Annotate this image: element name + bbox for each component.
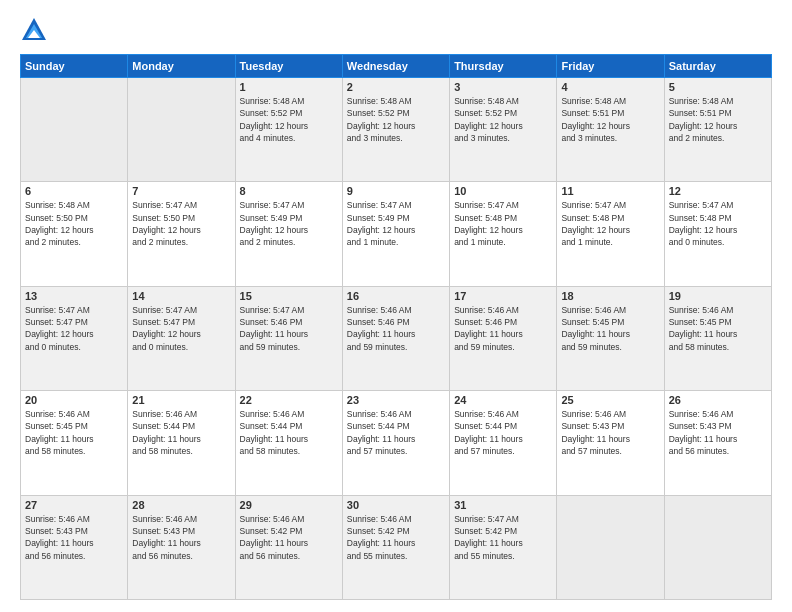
day-info: Sunrise: 5:48 AMSunset: 5:52 PMDaylight:… xyxy=(240,95,338,144)
day-number: 24 xyxy=(454,394,552,406)
calendar-cell: 29Sunrise: 5:46 AMSunset: 5:42 PMDayligh… xyxy=(235,495,342,599)
day-number: 12 xyxy=(669,185,767,197)
calendar-cell xyxy=(128,78,235,182)
col-header-friday: Friday xyxy=(557,55,664,78)
day-number: 8 xyxy=(240,185,338,197)
day-info: Sunrise: 5:46 AMSunset: 5:46 PMDaylight:… xyxy=(454,304,552,353)
day-info: Sunrise: 5:46 AMSunset: 5:45 PMDaylight:… xyxy=(25,408,123,457)
day-info: Sunrise: 5:47 AMSunset: 5:49 PMDaylight:… xyxy=(240,199,338,248)
day-info: Sunrise: 5:47 AMSunset: 5:49 PMDaylight:… xyxy=(347,199,445,248)
day-number: 25 xyxy=(561,394,659,406)
calendar-cell: 13Sunrise: 5:47 AMSunset: 5:47 PMDayligh… xyxy=(21,286,128,390)
day-number: 17 xyxy=(454,290,552,302)
day-number: 27 xyxy=(25,499,123,511)
day-number: 1 xyxy=(240,81,338,93)
calendar-cell: 31Sunrise: 5:47 AMSunset: 5:42 PMDayligh… xyxy=(450,495,557,599)
day-number: 21 xyxy=(132,394,230,406)
day-number: 6 xyxy=(25,185,123,197)
day-number: 16 xyxy=(347,290,445,302)
day-info: Sunrise: 5:46 AMSunset: 5:45 PMDaylight:… xyxy=(669,304,767,353)
day-info: Sunrise: 5:46 AMSunset: 5:43 PMDaylight:… xyxy=(132,513,230,562)
calendar-body: 1Sunrise: 5:48 AMSunset: 5:52 PMDaylight… xyxy=(21,78,772,600)
calendar-cell: 26Sunrise: 5:46 AMSunset: 5:43 PMDayligh… xyxy=(664,391,771,495)
col-header-wednesday: Wednesday xyxy=(342,55,449,78)
day-info: Sunrise: 5:46 AMSunset: 5:43 PMDaylight:… xyxy=(561,408,659,457)
calendar-cell: 28Sunrise: 5:46 AMSunset: 5:43 PMDayligh… xyxy=(128,495,235,599)
calendar-cell: 22Sunrise: 5:46 AMSunset: 5:44 PMDayligh… xyxy=(235,391,342,495)
calendar-cell: 17Sunrise: 5:46 AMSunset: 5:46 PMDayligh… xyxy=(450,286,557,390)
logo-icon xyxy=(20,16,48,44)
calendar-cell: 3Sunrise: 5:48 AMSunset: 5:52 PMDaylight… xyxy=(450,78,557,182)
calendar-cell: 27Sunrise: 5:46 AMSunset: 5:43 PMDayligh… xyxy=(21,495,128,599)
day-number: 30 xyxy=(347,499,445,511)
day-number: 13 xyxy=(25,290,123,302)
col-header-sunday: Sunday xyxy=(21,55,128,78)
day-info: Sunrise: 5:46 AMSunset: 5:42 PMDaylight:… xyxy=(240,513,338,562)
calendar-cell xyxy=(664,495,771,599)
header xyxy=(20,16,772,44)
day-info: Sunrise: 5:46 AMSunset: 5:42 PMDaylight:… xyxy=(347,513,445,562)
day-number: 23 xyxy=(347,394,445,406)
col-header-saturday: Saturday xyxy=(664,55,771,78)
header-row: SundayMondayTuesdayWednesdayThursdayFrid… xyxy=(21,55,772,78)
col-header-thursday: Thursday xyxy=(450,55,557,78)
calendar-table: SundayMondayTuesdayWednesdayThursdayFrid… xyxy=(20,54,772,600)
day-info: Sunrise: 5:46 AMSunset: 5:44 PMDaylight:… xyxy=(454,408,552,457)
col-header-monday: Monday xyxy=(128,55,235,78)
day-number: 11 xyxy=(561,185,659,197)
day-info: Sunrise: 5:47 AMSunset: 5:48 PMDaylight:… xyxy=(669,199,767,248)
day-info: Sunrise: 5:46 AMSunset: 5:46 PMDaylight:… xyxy=(347,304,445,353)
calendar-cell xyxy=(21,78,128,182)
calendar-week-3: 20Sunrise: 5:46 AMSunset: 5:45 PMDayligh… xyxy=(21,391,772,495)
day-number: 15 xyxy=(240,290,338,302)
day-info: Sunrise: 5:47 AMSunset: 5:50 PMDaylight:… xyxy=(132,199,230,248)
day-info: Sunrise: 5:47 AMSunset: 5:42 PMDaylight:… xyxy=(454,513,552,562)
calendar-cell: 24Sunrise: 5:46 AMSunset: 5:44 PMDayligh… xyxy=(450,391,557,495)
day-number: 31 xyxy=(454,499,552,511)
day-info: Sunrise: 5:47 AMSunset: 5:48 PMDaylight:… xyxy=(454,199,552,248)
day-info: Sunrise: 5:46 AMSunset: 5:45 PMDaylight:… xyxy=(561,304,659,353)
day-number: 14 xyxy=(132,290,230,302)
calendar-cell: 8Sunrise: 5:47 AMSunset: 5:49 PMDaylight… xyxy=(235,182,342,286)
calendar-cell: 7Sunrise: 5:47 AMSunset: 5:50 PMDaylight… xyxy=(128,182,235,286)
day-info: Sunrise: 5:48 AMSunset: 5:51 PMDaylight:… xyxy=(669,95,767,144)
calendar-cell: 12Sunrise: 5:47 AMSunset: 5:48 PMDayligh… xyxy=(664,182,771,286)
day-info: Sunrise: 5:46 AMSunset: 5:44 PMDaylight:… xyxy=(240,408,338,457)
calendar-week-4: 27Sunrise: 5:46 AMSunset: 5:43 PMDayligh… xyxy=(21,495,772,599)
calendar-cell: 5Sunrise: 5:48 AMSunset: 5:51 PMDaylight… xyxy=(664,78,771,182)
calendar-cell: 15Sunrise: 5:47 AMSunset: 5:46 PMDayligh… xyxy=(235,286,342,390)
day-number: 22 xyxy=(240,394,338,406)
calendar-cell: 23Sunrise: 5:46 AMSunset: 5:44 PMDayligh… xyxy=(342,391,449,495)
calendar-week-1: 6Sunrise: 5:48 AMSunset: 5:50 PMDaylight… xyxy=(21,182,772,286)
calendar-cell: 21Sunrise: 5:46 AMSunset: 5:44 PMDayligh… xyxy=(128,391,235,495)
day-number: 20 xyxy=(25,394,123,406)
calendar-week-0: 1Sunrise: 5:48 AMSunset: 5:52 PMDaylight… xyxy=(21,78,772,182)
day-info: Sunrise: 5:46 AMSunset: 5:43 PMDaylight:… xyxy=(669,408,767,457)
calendar-cell: 16Sunrise: 5:46 AMSunset: 5:46 PMDayligh… xyxy=(342,286,449,390)
page: SundayMondayTuesdayWednesdayThursdayFrid… xyxy=(0,0,792,612)
day-info: Sunrise: 5:46 AMSunset: 5:44 PMDaylight:… xyxy=(132,408,230,457)
day-number: 29 xyxy=(240,499,338,511)
calendar-cell: 30Sunrise: 5:46 AMSunset: 5:42 PMDayligh… xyxy=(342,495,449,599)
calendar-cell: 6Sunrise: 5:48 AMSunset: 5:50 PMDaylight… xyxy=(21,182,128,286)
day-number: 5 xyxy=(669,81,767,93)
calendar-week-2: 13Sunrise: 5:47 AMSunset: 5:47 PMDayligh… xyxy=(21,286,772,390)
calendar-cell: 9Sunrise: 5:47 AMSunset: 5:49 PMDaylight… xyxy=(342,182,449,286)
day-number: 7 xyxy=(132,185,230,197)
calendar-cell: 10Sunrise: 5:47 AMSunset: 5:48 PMDayligh… xyxy=(450,182,557,286)
calendar-cell: 4Sunrise: 5:48 AMSunset: 5:51 PMDaylight… xyxy=(557,78,664,182)
day-number: 10 xyxy=(454,185,552,197)
calendar-cell: 18Sunrise: 5:46 AMSunset: 5:45 PMDayligh… xyxy=(557,286,664,390)
day-number: 9 xyxy=(347,185,445,197)
day-number: 28 xyxy=(132,499,230,511)
calendar-cell: 14Sunrise: 5:47 AMSunset: 5:47 PMDayligh… xyxy=(128,286,235,390)
calendar-cell: 25Sunrise: 5:46 AMSunset: 5:43 PMDayligh… xyxy=(557,391,664,495)
day-info: Sunrise: 5:46 AMSunset: 5:43 PMDaylight:… xyxy=(25,513,123,562)
calendar-cell: 2Sunrise: 5:48 AMSunset: 5:52 PMDaylight… xyxy=(342,78,449,182)
day-number: 2 xyxy=(347,81,445,93)
col-header-tuesday: Tuesday xyxy=(235,55,342,78)
day-number: 18 xyxy=(561,290,659,302)
logo xyxy=(20,16,52,44)
calendar-header: SundayMondayTuesdayWednesdayThursdayFrid… xyxy=(21,55,772,78)
day-info: Sunrise: 5:47 AMSunset: 5:47 PMDaylight:… xyxy=(25,304,123,353)
